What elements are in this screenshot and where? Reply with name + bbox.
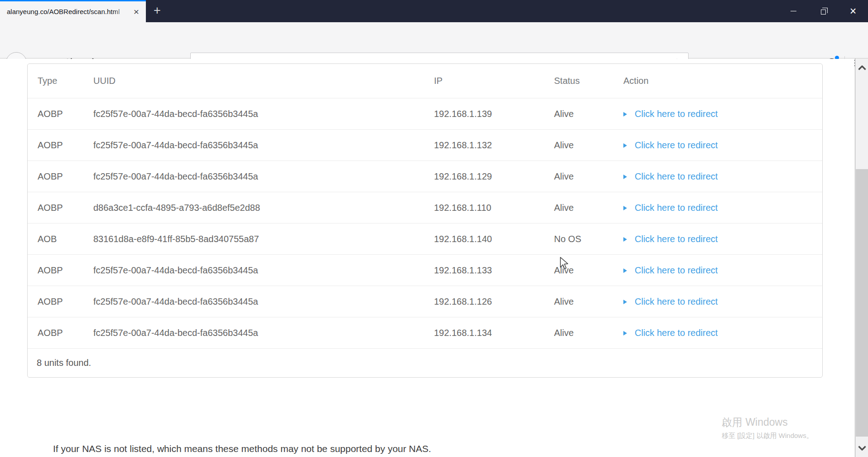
cell-status: Alive [554, 297, 623, 307]
cell-type: AOBP [38, 140, 93, 151]
cell-action: Click here to redirect [623, 296, 822, 307]
table-row: AOBP fc25f57e-00a7-44da-becd-fa6356b3445… [28, 254, 822, 286]
redirect-link[interactable]: Click here to redirect [623, 171, 718, 182]
tab-close-icon[interactable]: × [130, 6, 142, 18]
active-tab[interactable]: alanyeung.co/AOBRedirect/scan.html × [0, 0, 146, 22]
cell-type: AOBP [38, 328, 93, 338]
restore-icon [821, 10, 826, 15]
scroll-up-button[interactable] [856, 58, 868, 77]
cell-status: Alive [554, 171, 623, 182]
cell-ip: 192.168.1.140 [434, 234, 554, 244]
cell-ip: 192.168.1.139 [434, 109, 554, 119]
cell-status: Alive [554, 265, 623, 276]
redirect-link[interactable]: Click here to redirect [623, 328, 718, 338]
redirect-link[interactable]: Click here to redirect [623, 265, 718, 276]
redirect-link[interactable]: Click here to redirect [623, 109, 718, 119]
cell-ip: 192.168.1.132 [434, 140, 554, 151]
table-row: AOBP fc25f57e-00a7-44da-becd-fa6356b3445… [28, 286, 822, 317]
table-row: AOBP fc25f57e-00a7-44da-becd-fa6356b3445… [28, 160, 822, 192]
tab-title-fade [114, 3, 130, 22]
triangle-bullet-icon [623, 268, 627, 273]
triangle-bullet-icon [623, 331, 627, 335]
cell-status: Alive [554, 140, 623, 151]
chevron-down-icon [858, 445, 867, 451]
table-row: AOBP fc25f57e-00a7-44da-becd-fa6356b3445… [28, 317, 822, 348]
cell-uuid: 83161d8a-e8f9-41ff-85b5-8ad340755a87 [93, 234, 434, 244]
cell-status: Alive [554, 203, 623, 213]
table-row: AOBP fc25f57e-00a7-44da-becd-fa6356b3445… [28, 98, 822, 129]
window-controls: × [778, 0, 868, 22]
tab-title: alanyeung.co/AOBRedirect/scan.html [7, 1, 124, 22]
cell-action: Click here to redirect [623, 171, 822, 182]
cell-ip: 192.168.1.110 [434, 203, 554, 213]
table-footer: 8 units found. [28, 348, 822, 377]
redirect-link[interactable]: Click here to redirect [623, 297, 718, 307]
cell-ip: 192.168.1.126 [434, 297, 554, 307]
header-ip: IP [434, 76, 554, 86]
page-content: Type UUID IP Status Action AOBP fc25f57e… [0, 59, 854, 457]
cell-action: Click here to redirect [623, 265, 822, 276]
redirect-link[interactable]: Click here to redirect [623, 140, 718, 151]
cell-type: AOBP [38, 265, 93, 276]
cell-action: Click here to redirect [623, 108, 822, 120]
chevron-up-icon [858, 65, 867, 71]
cell-type: AOB [38, 234, 93, 244]
header-uuid: UUID [93, 76, 434, 86]
cell-type: AOBP [38, 203, 93, 213]
table-body: AOBP fc25f57e-00a7-44da-becd-fa6356b3445… [28, 98, 822, 348]
minimize-icon [791, 11, 796, 11]
header-status: Status [554, 76, 623, 86]
scrollbar-thumb[interactable] [856, 169, 868, 437]
restore-button[interactable] [808, 0, 838, 22]
cell-action: Click here to redirect [623, 233, 822, 245]
nas-note-text: If your NAS is not listed, which means t… [53, 443, 431, 454]
cell-ip: 192.168.1.133 [434, 265, 554, 276]
scroll-down-button[interactable] [856, 439, 868, 457]
triangle-bullet-icon [623, 112, 627, 117]
cell-uuid: fc25f57e-00a7-44da-becd-fa6356b3445a [93, 140, 434, 151]
cell-status: Alive [554, 109, 623, 119]
triangle-bullet-icon [623, 175, 627, 179]
cell-status: Alive [554, 328, 623, 338]
table-row: AOB 83161d8a-e8f9-41ff-85b5-8ad340755a87… [28, 223, 822, 254]
cell-uuid: fc25f57e-00a7-44da-becd-fa6356b3445a [93, 171, 434, 182]
triangle-bullet-icon [623, 300, 627, 304]
header-type: Type [38, 76, 93, 86]
cell-ip: 192.168.1.134 [434, 328, 554, 338]
minimize-button[interactable] [778, 0, 808, 22]
redirect-link[interactable]: Click here to redirect [623, 234, 718, 244]
cell-type: AOBP [38, 297, 93, 307]
cell-uuid: fc25f57e-00a7-44da-becd-fa6356b3445a [93, 297, 434, 307]
cell-uuid: fc25f57e-00a7-44da-becd-fa6356b3445a [93, 109, 434, 119]
cell-uuid: fc25f57e-00a7-44da-becd-fa6356b3445a [93, 328, 434, 338]
cell-status: No OS [554, 234, 623, 244]
triangle-bullet-icon [623, 143, 627, 148]
cell-action: Click here to redirect [623, 327, 822, 339]
redirect-link[interactable]: Click here to redirect [623, 203, 718, 213]
watermark-line1: 啟用 Windows [722, 415, 827, 429]
tab-bar: alanyeung.co/AOBRedirect/scan.html × + × [0, 0, 868, 22]
close-icon: × [850, 5, 857, 17]
table-header-row: Type UUID IP Status Action [28, 64, 822, 98]
triangle-bullet-icon [623, 237, 627, 242]
cell-uuid: d86a3ce1-ccfa-4895-a793-a6d8ef5e2d88 [93, 203, 434, 213]
cell-uuid: fc25f57e-00a7-44da-becd-fa6356b3445a [93, 265, 434, 276]
triangle-bullet-icon [623, 206, 627, 210]
watermark-line2: 移至 [設定] 以啟用 Windows。 [722, 432, 827, 440]
browser-window: alanyeung.co/AOBRedirect/scan.html × + × [0, 0, 868, 457]
navigation-toolbar: https://alanyeung.co/AOBRedirect/scan.ht… [0, 22, 868, 58]
header-action: Action [623, 76, 822, 86]
vertical-scrollbar[interactable] [855, 58, 868, 457]
scan-results-table: Type UUID IP Status Action AOBP fc25f57e… [27, 63, 823, 378]
new-tab-button[interactable]: + [149, 3, 165, 19]
cell-action: Click here to redirect [623, 202, 822, 214]
table-row: AOBP d86a3ce1-ccfa-4895-a793-a6d8ef5e2d8… [28, 192, 822, 223]
windows-activation-watermark: 啟用 Windows 移至 [設定] 以啟用 Windows。 [722, 415, 827, 440]
cell-type: AOBP [38, 109, 93, 119]
table-row: AOBP fc25f57e-00a7-44da-becd-fa6356b3445… [28, 129, 822, 160]
close-button[interactable]: × [838, 0, 868, 22]
cell-type: AOBP [38, 171, 93, 182]
cell-ip: 192.168.1.129 [434, 171, 554, 182]
cell-action: Click here to redirect [623, 140, 822, 151]
